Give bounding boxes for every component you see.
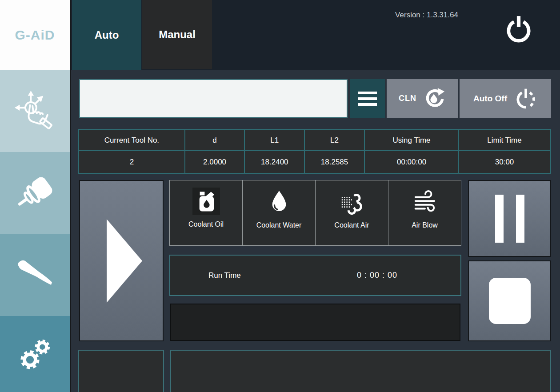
value-l1: 18.2400 [244, 151, 304, 173]
menu-button[interactable] [350, 79, 385, 118]
tab-manual-label: Manual [159, 28, 196, 41]
value-d: 2.0000 [185, 151, 245, 173]
touch-move-icon [14, 89, 56, 133]
pause-button[interactable] [468, 180, 551, 257]
status-panel-main [170, 350, 551, 392]
status-panel-left [78, 350, 164, 392]
col-header-limit-time: Limit Time [459, 130, 550, 151]
app-logo: G-AiD [15, 28, 55, 43]
cycle-start-button[interactable] [79, 180, 164, 341]
coolant-water-button[interactable]: Coolant Water [243, 180, 316, 245]
oil-can-icon [192, 188, 220, 215]
air-blow-icon [412, 188, 438, 216]
coolant-oil-label: Coolant Oil [188, 220, 224, 228]
value-limit-time: 30:00 [459, 151, 550, 173]
col-header-l1: L1 [244, 130, 304, 151]
coolant-button-row: Coolant Oil Coolant Water [169, 180, 461, 246]
col-header-l2: L2 [304, 130, 364, 151]
air-blow-label: Air Blow [412, 221, 438, 229]
hamburger-icon [358, 92, 377, 106]
gears-icon [14, 333, 56, 376]
run-time-label: Run Time [208, 271, 241, 280]
message-panel [170, 304, 460, 341]
logo-area: G-AiD [0, 0, 70, 70]
stop-button[interactable] [468, 260, 551, 341]
tab-auto[interactable]: Auto [72, 0, 141, 70]
version-text: Version : 1.3.31.64 [356, 11, 498, 20]
air-blow-button[interactable]: Air Blow [388, 180, 461, 245]
coolant-air-button[interactable]: Coolant Air [316, 180, 388, 245]
cln-cycle-drop-icon [424, 88, 446, 110]
play-icon [107, 219, 142, 303]
col-header-current-tool-no: Current Tool No. [79, 130, 185, 151]
coolant-air-icon [339, 188, 365, 216]
sidebar: G-AiD [0, 0, 71, 392]
value-l2: 18.2585 [304, 151, 364, 173]
app-screen: G-AiD [0, 0, 560, 392]
topbar: Auto Manual Version : 1.3.31.64 [71, 0, 560, 70]
value-current-tool-no: 2 [79, 151, 185, 173]
sidebar-item-jog[interactable] [0, 70, 70, 152]
sidebar-item-cutting-tool[interactable] [0, 234, 70, 316]
tab-manual[interactable]: Manual [142, 0, 212, 69]
tool-info-table: Current Tool No. d L1 L2 Using Time Limi… [78, 129, 551, 174]
run-time-value: 0 : 00 : 00 [357, 271, 397, 280]
pause-icon [495, 195, 504, 243]
spindle-icon [14, 172, 56, 214]
sidebar-item-settings[interactable] [0, 316, 70, 392]
value-using-time: 00:00:00 [364, 151, 459, 173]
auto-off-label: Auto Off [473, 94, 507, 104]
coolant-air-label: Coolant Air [334, 221, 369, 229]
power-dashed-icon [514, 87, 537, 110]
coolant-water-label: Coolant Water [256, 221, 302, 229]
col-header-d: d [185, 130, 245, 151]
run-time-panel: Run Time 0 : 00 : 00 [169, 255, 461, 296]
cln-button[interactable]: CLN [387, 79, 458, 118]
col-header-using-time: Using Time [364, 130, 459, 151]
cln-label: CLN [399, 94, 416, 103]
main-area: Auto Manual Version : 1.3.31.64 [71, 0, 560, 392]
tab-auto-label: Auto [95, 29, 119, 41]
cutting-tool-icon [13, 253, 57, 297]
auto-off-button[interactable]: Auto Off [460, 79, 551, 118]
coolant-oil-button[interactable]: Coolant Oil [170, 180, 243, 245]
water-drop-icon [269, 188, 289, 216]
power-icon [503, 14, 536, 45]
power-button[interactable] [503, 13, 536, 46]
sidebar-item-spindle[interactable] [0, 152, 70, 234]
program-input[interactable] [79, 79, 348, 118]
stop-icon [489, 278, 531, 324]
